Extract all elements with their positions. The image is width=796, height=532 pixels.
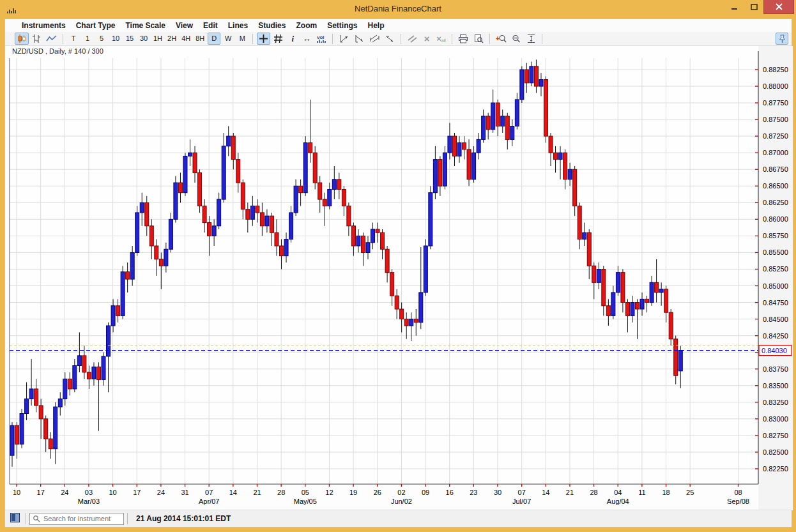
candle xyxy=(625,303,629,316)
close-button[interactable] xyxy=(763,0,794,14)
grid-toggle-button[interactable] xyxy=(272,33,285,45)
menu-studies[interactable]: Studies xyxy=(253,20,291,31)
search-icon xyxy=(33,515,40,522)
timeframe-2h[interactable]: 2H xyxy=(165,33,178,45)
candle xyxy=(429,193,432,246)
candle xyxy=(631,303,634,316)
fit-vertical-button[interactable] xyxy=(524,33,538,45)
svg-text:0.87750: 0.87750 xyxy=(763,99,788,107)
svg-text:04: 04 xyxy=(614,489,622,496)
print-preview-button[interactable] xyxy=(471,33,486,45)
candle xyxy=(294,186,298,213)
candle xyxy=(650,282,654,302)
svg-text:0.83250: 0.83250 xyxy=(763,399,788,406)
candle xyxy=(606,306,610,316)
svg-text:09: 09 xyxy=(422,489,429,496)
svg-text:12: 12 xyxy=(325,489,333,496)
instrument-list-icon[interactable] xyxy=(10,513,20,525)
delete-line-button[interactable]: × xyxy=(420,33,433,45)
zoom-in-button[interactable]: + xyxy=(494,33,509,45)
candle xyxy=(395,296,399,309)
title-bar[interactable]: NetDania FinanceChart xyxy=(0,0,796,19)
menu-lines[interactable]: Lines xyxy=(223,20,253,31)
instrument-search-box[interactable] xyxy=(29,513,124,525)
channel-tool[interactable] xyxy=(367,33,381,45)
candle xyxy=(448,136,452,153)
candle xyxy=(155,246,158,259)
price-chart[interactable]: 0.882500.880000.877500.875000.872500.870… xyxy=(5,46,793,510)
candle xyxy=(174,183,178,219)
candlestick-chart-button[interactable] xyxy=(15,33,29,45)
timeframe-weekly[interactable]: W xyxy=(222,33,234,45)
candle xyxy=(515,100,519,126)
candle xyxy=(463,143,466,149)
svg-text:0.88250: 0.88250 xyxy=(763,66,788,73)
candle xyxy=(558,153,562,159)
timeframe-monthly[interactable]: M xyxy=(236,33,249,45)
menu-chart-type[interactable]: Chart Type xyxy=(71,20,121,31)
menu-view[interactable]: View xyxy=(171,20,198,31)
menu-zoom[interactable]: Zoom xyxy=(291,20,322,31)
candle xyxy=(63,379,67,399)
candle xyxy=(361,236,365,252)
candle xyxy=(169,219,172,249)
svg-text:Sep/08: Sep/08 xyxy=(727,498,749,505)
timeframe-15m[interactable]: 15 xyxy=(123,33,136,45)
candle xyxy=(203,206,206,223)
candle xyxy=(573,169,577,206)
maximize-button[interactable] xyxy=(744,0,763,14)
menu-edit[interactable]: Edit xyxy=(198,20,223,31)
ohlc-bar-chart-button[interactable] xyxy=(30,33,43,45)
timeframe-1h[interactable]: 1H xyxy=(151,33,164,45)
svg-text:02: 02 xyxy=(397,489,405,496)
candle xyxy=(73,366,77,389)
svg-text:26: 26 xyxy=(374,489,381,496)
svg-text:14: 14 xyxy=(229,489,237,496)
print-button[interactable] xyxy=(456,33,470,45)
timeframe-daily[interactable]: D xyxy=(208,33,220,45)
zoom-out-button[interactable] xyxy=(510,33,523,45)
menu-help[interactable]: Help xyxy=(362,20,389,31)
candle xyxy=(520,70,524,100)
timeframe-5m[interactable]: 5 xyxy=(95,33,108,45)
candle xyxy=(636,303,639,309)
volume-button[interactable]: vol xyxy=(314,33,328,45)
candle xyxy=(54,407,57,449)
info-button[interactable]: i xyxy=(286,33,299,45)
last-price-marker: 0.84030 xyxy=(759,346,792,356)
search-input[interactable] xyxy=(42,514,121,523)
menu-settings[interactable]: Settings xyxy=(322,20,362,31)
svg-text:24: 24 xyxy=(61,489,68,496)
candle xyxy=(524,70,528,83)
line-chart-button[interactable] xyxy=(44,33,59,45)
svg-text:23: 23 xyxy=(470,489,477,496)
crosshair-button[interactable] xyxy=(257,33,270,45)
trendline-up-tool[interactable] xyxy=(337,33,351,45)
status-bar: 21 Aug 2014 15:01:01 EDT xyxy=(5,510,792,527)
timeframe-10m[interactable]: 10 xyxy=(109,33,122,45)
timeframe-4h[interactable]: 4H xyxy=(180,33,192,45)
trendline-down-tool[interactable] xyxy=(352,33,366,45)
timeframe-tick[interactable]: T xyxy=(67,33,80,45)
delete-all-lines-button[interactable]: ×all xyxy=(434,33,448,45)
linechart-icon xyxy=(46,34,57,43)
channel-icon xyxy=(369,34,379,43)
menu-time-scale[interactable]: Time Scale xyxy=(120,20,170,31)
tlinedown-icon xyxy=(354,34,364,43)
horizontal-scale-button[interactable]: ↔ xyxy=(300,33,313,45)
svg-text:31: 31 xyxy=(181,489,188,496)
svg-text:0.82750: 0.82750 xyxy=(763,432,788,439)
timeframe-1m[interactable]: 1 xyxy=(81,33,94,45)
minimize-button[interactable] xyxy=(725,0,744,14)
parallel-lines-tool[interactable] xyxy=(405,33,419,45)
timeframe-8h[interactable]: 8H xyxy=(194,33,206,45)
ray-tool[interactable] xyxy=(383,33,397,45)
svg-text:Mar/03: Mar/03 xyxy=(78,498,100,505)
svg-text:0.87500: 0.87500 xyxy=(763,116,788,123)
timeframe-30m[interactable]: 30 xyxy=(137,33,150,45)
svg-text:0.83000: 0.83000 xyxy=(763,415,788,423)
candle xyxy=(275,232,279,246)
pin-panel-button[interactable] xyxy=(776,33,788,45)
candle xyxy=(501,116,505,126)
menu-instruments[interactable]: Instruments xyxy=(17,20,71,31)
